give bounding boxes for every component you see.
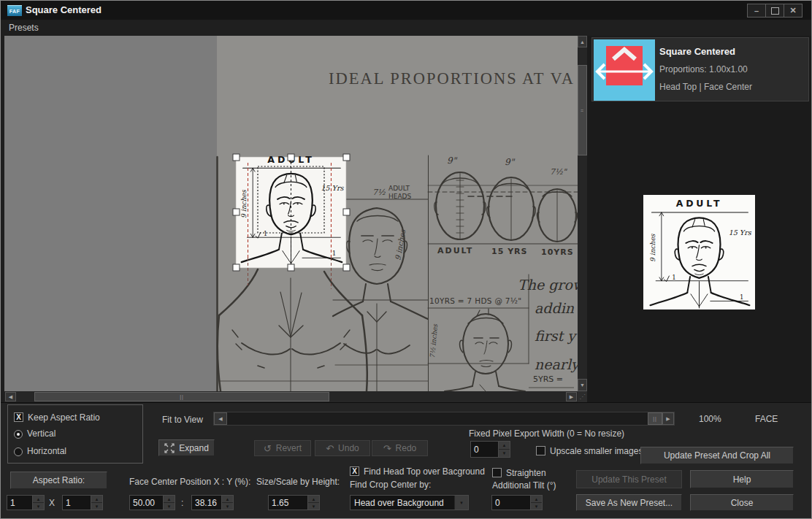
menu-bar: Presets xyxy=(1,20,811,36)
save-as-label: Save As New Preset... xyxy=(586,498,673,508)
slider-thumb[interactable]: || xyxy=(648,412,662,425)
spin-down-icon[interactable]: ▼ xyxy=(308,503,319,510)
aspect-y-value[interactable]: 1 xyxy=(62,495,91,510)
close-button[interactable]: ✕ xyxy=(784,4,802,17)
aspect-y-spinner[interactable]: 1 ▲ ▼ xyxy=(62,495,103,510)
v-grip-icon: = xyxy=(581,108,584,113)
redo-button[interactable]: ↷ Redo xyxy=(372,440,428,456)
face-center-x-spinner[interactable]: 50.00 ▲ ▼ xyxy=(129,495,175,510)
scrollbar-corner: ⋰ xyxy=(578,391,587,402)
expand-button[interactable]: Expand xyxy=(158,439,215,456)
spin-down-icon[interactable]: ▼ xyxy=(33,503,44,510)
keep-aspect-ratio-label: Keep Aspect Ratio xyxy=(28,412,100,423)
additional-tilt-spinner[interactable]: 0 ▲ ▼ xyxy=(491,495,543,510)
spin-up-icon[interactable]: ▲ xyxy=(308,496,319,503)
vertical-radio-label[interactable]: Vertical xyxy=(27,428,55,439)
spin-down-icon[interactable]: ▼ xyxy=(91,503,102,510)
maximize-button[interactable] xyxy=(766,4,784,17)
fit-to-view-slider[interactable]: ◀ || ▶ xyxy=(213,412,675,426)
fixed-width-value[interactable]: 0 xyxy=(470,441,498,458)
update-this-preset-button[interactable]: Update This Preset xyxy=(576,470,682,488)
preset-proportions: Proportions: 1.00x1.00 xyxy=(659,64,748,74)
app-window: FAF Square Centered – ✕ Presets ADULT 9 … xyxy=(0,0,812,519)
aspect-x-spinner[interactable]: 1 ▲ ▼ xyxy=(7,495,45,510)
minimize-icon: – xyxy=(754,7,759,15)
image-canvas[interactable]: ADULT 9 inches 15 Yrs xyxy=(4,36,578,391)
slider-right-icon: ▶ xyxy=(666,416,670,421)
slider-grip-icon: || xyxy=(653,416,657,421)
document-title: IDEAL PROPORTIONS AT VA xyxy=(329,69,575,88)
spin-down-icon[interactable]: ▼ xyxy=(222,503,233,510)
slider-left-button[interactable]: ◀ xyxy=(214,412,227,425)
svg-text:ADULT: ADULT xyxy=(437,246,473,255)
redo-button-label: Redo xyxy=(396,443,417,453)
vertical-radio[interactable] xyxy=(14,430,23,439)
horizontal-scrollbar[interactable]: ◀ || ▶ xyxy=(4,391,578,402)
face-center-x-value[interactable]: 50.00 xyxy=(129,495,163,510)
vertical-scrollbar[interactable]: ▲ = ▼ xyxy=(578,36,587,391)
slider-left-icon: ◀ xyxy=(218,416,222,421)
vertical-scrollbar-thumb[interactable]: = xyxy=(578,65,587,155)
spin-up-icon[interactable]: ▲ xyxy=(531,496,542,503)
preset-anchors: Head Top | Face Center xyxy=(659,82,752,92)
minimize-button[interactable]: – xyxy=(748,4,766,17)
scroll-right-button[interactable]: ▶ xyxy=(566,392,577,401)
spin-down-icon[interactable]: ▼ xyxy=(499,450,510,457)
scroll-left-button[interactable]: ◀ xyxy=(5,392,16,401)
find-crop-center-value[interactable]: Head over Background xyxy=(351,496,454,510)
horizontal-radio[interactable] xyxy=(14,447,23,456)
aspect-ratio-button[interactable]: Aspect Ratio: xyxy=(10,472,107,489)
title-bar[interactable]: FAF Square Centered – ✕ xyxy=(1,1,811,20)
additional-tilt-value[interactable]: 0 xyxy=(491,495,530,510)
zoom-percent: 100% xyxy=(699,414,721,424)
scroll-left-icon: ◀ xyxy=(9,394,12,399)
close-dialog-button[interactable]: Close xyxy=(690,494,794,511)
face-center-y-spinner[interactable]: 38.16 ▲ ▼ xyxy=(191,495,234,510)
svg-text:9": 9" xyxy=(447,155,458,166)
size-scale-value[interactable]: 1.65 xyxy=(268,495,307,510)
straighten-checkbox[interactable] xyxy=(492,468,502,477)
dropdown-arrow-icon[interactable]: ▼ xyxy=(454,496,468,510)
expand-icon xyxy=(164,443,175,453)
preset-list-item[interactable]: Square Centered Proportions: 1.00x1.00 H… xyxy=(591,37,809,101)
aspect-ratio-button-label: Aspect Ratio: xyxy=(33,475,85,485)
window-controls: – ✕ xyxy=(747,4,803,18)
scroll-down-button[interactable]: ▼ xyxy=(578,379,587,391)
update-preset-crop-all-button[interactable]: Update Preset And Crop All xyxy=(640,447,794,464)
horizontal-radio-label[interactable]: Horizontal xyxy=(27,446,66,456)
upscale-checkbox[interactable] xyxy=(536,446,545,455)
scroll-right-icon: ▶ xyxy=(570,394,573,399)
svg-text:The grow: The grow xyxy=(518,277,578,293)
spin-down-icon[interactable]: ▼ xyxy=(164,503,175,510)
help-button[interactable]: Help xyxy=(690,470,794,488)
resize-grip-icon: ⋰ xyxy=(580,393,586,400)
menu-presets[interactable]: Presets xyxy=(9,23,39,33)
svg-text:10YRS = 7 HDS @ 7½": 10YRS = 7 HDS @ 7½" xyxy=(429,296,521,305)
fixed-width-spinner[interactable]: 0 ▲ ▼ xyxy=(470,441,510,458)
app-logo-icon: FAF xyxy=(7,5,22,16)
keep-aspect-ratio-checkbox[interactable]: X xyxy=(14,412,23,422)
scroll-up-button[interactable]: ▲ xyxy=(578,36,587,47)
find-crop-center-dropdown[interactable]: Head over Background ▼ xyxy=(350,495,469,510)
face-center-y-value[interactable]: 38.16 xyxy=(191,495,221,510)
undo-button-label: Undo xyxy=(338,443,359,453)
spin-up-icon[interactable]: ▲ xyxy=(91,496,102,503)
undo-button[interactable]: ↶ Undo xyxy=(315,440,370,456)
spin-down-icon[interactable]: ▼ xyxy=(531,503,542,510)
update-this-label: Update This Preset xyxy=(591,474,667,485)
revert-button[interactable]: ↺ Revert xyxy=(254,440,311,456)
spin-up-icon[interactable]: ▲ xyxy=(33,496,44,503)
spin-up-icon[interactable]: ▲ xyxy=(499,442,510,450)
fit-to-view-label: Fit to View xyxy=(162,415,203,425)
slider-right-button[interactable]: ▶ xyxy=(662,412,674,425)
aspect-x-value[interactable]: 1 xyxy=(7,495,32,510)
save-as-new-preset-button[interactable]: Save As New Preset... xyxy=(576,494,682,511)
size-scale-spinner[interactable]: 1.65 ▲ ▼ xyxy=(268,495,320,510)
svg-text:5YRS =: 5YRS = xyxy=(533,374,563,384)
horizontal-scrollbar-thumb[interactable]: || xyxy=(34,392,329,401)
find-head-top-checkbox[interactable]: X xyxy=(350,466,359,476)
spin-up-icon[interactable]: ▲ xyxy=(222,496,233,503)
preset-name: Square Centered xyxy=(659,46,735,57)
scroll-up-icon: ▲ xyxy=(580,39,585,45)
spin-up-icon[interactable]: ▲ xyxy=(164,496,175,503)
